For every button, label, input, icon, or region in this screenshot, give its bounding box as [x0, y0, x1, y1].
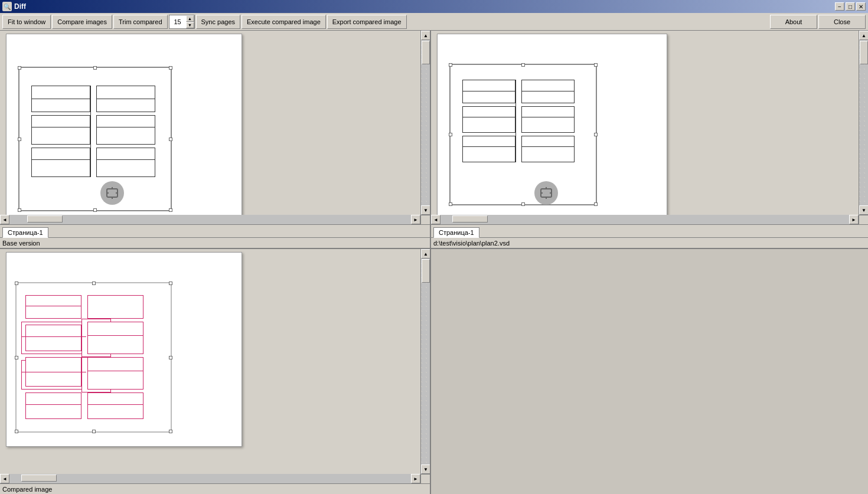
bottom-canvas[interactable]: [0, 249, 420, 474]
page-frame-left: [18, 67, 172, 211]
diff-line-5: [87, 371, 143, 371]
line-3: [31, 127, 90, 127]
compare-images-button[interactable]: Compare images: [52, 15, 112, 29]
main-area: ▲ ▼ ◄ ► Страница-1: [0, 31, 868, 494]
b-scroll-thumb-v[interactable]: [422, 259, 430, 283]
r-scroll-thumb-v[interactable]: [860, 41, 868, 64]
about-button[interactable]: About: [770, 15, 817, 29]
top-left-scrollbar-v[interactable]: ▲ ▼: [420, 31, 430, 215]
handle-tr: [169, 66, 172, 70]
top-right-tab-bar: Страница-1: [431, 224, 868, 237]
diff-line-3: [87, 335, 143, 336]
sync-pages-button[interactable]: Sync pages: [196, 15, 240, 29]
r-line-4: [521, 117, 575, 117]
r-scroll-thumb-h[interactable]: [452, 215, 488, 223]
line-2: [96, 99, 155, 99]
r-shape-2: [521, 80, 575, 103]
spinner-input[interactable]: 15: [169, 15, 186, 28]
spinner-wrap: 15 ▲ ▼: [169, 15, 195, 29]
maximize-button[interactable]: □: [846, 2, 855, 11]
b-handle-tc: [92, 282, 96, 285]
scroll-thumb-v[interactable]: [422, 41, 430, 64]
titlebar-buttons: − □ ✕: [835, 2, 866, 11]
page-frame-right: [449, 64, 597, 205]
titlebar: 🔍 Diff − □ ✕: [0, 0, 868, 13]
top-left-bottom: ◄ ►: [0, 215, 430, 224]
line-4: [96, 127, 155, 127]
bottom-status: Compared image: [0, 483, 430, 494]
minimize-button[interactable]: −: [835, 2, 844, 11]
r-shape-4: [521, 106, 575, 133]
toolbar: Fit to window Compare images Trim compar…: [0, 13, 868, 31]
scroll-down-btn[interactable]: ▼: [421, 205, 430, 215]
bottom-scrollbar-v[interactable]: ▲ ▼: [420, 249, 430, 474]
r-scroll-track-v[interactable]: [859, 40, 868, 205]
r-line-6: [521, 146, 575, 147]
scroll-right-btn[interactable]: ►: [411, 215, 420, 224]
r-shape-1: [462, 80, 515, 103]
bottom-page-frame: [15, 282, 172, 433]
b-scroll-up-btn[interactable]: ▲: [421, 249, 430, 259]
app-title: Diff: [14, 2, 26, 11]
top-right-bottom: ◄ ►: [431, 215, 868, 224]
spinner-down[interactable]: ▼: [186, 22, 194, 28]
r-line-2: [521, 91, 575, 91]
b-handle-ml: [15, 356, 18, 359]
top-left-panel: ▲ ▼ ◄ ► Страница-1: [0, 31, 431, 248]
r-scroll-down-btn[interactable]: ▼: [859, 205, 868, 215]
diff-shape-11: [25, 392, 81, 419]
b-handle-tl: [15, 282, 18, 285]
top-right-scrollbar-v[interactable]: ▲ ▼: [859, 31, 868, 215]
scroll-up-btn[interactable]: ▲: [421, 31, 430, 40]
scroll-thumb-h[interactable]: [27, 215, 63, 223]
line-5: [31, 159, 90, 160]
v-divider: [90, 86, 91, 177]
titlebar-left: 🔍 Diff: [2, 2, 26, 11]
b-scroll-left-btn[interactable]: ◄: [0, 474, 9, 483]
handle-r-bl: [449, 202, 452, 206]
b-scroll-right-btn[interactable]: ►: [411, 474, 420, 483]
r-scroll-up-btn[interactable]: ▲: [859, 31, 868, 40]
top-right-tab[interactable]: Страница-1: [433, 227, 479, 238]
b-scroll-down-btn[interactable]: ▼: [421, 464, 430, 474]
b-scroll-track-v[interactable]: [421, 259, 430, 464]
diff-shape-12: [87, 392, 143, 419]
r-shape-5: [462, 136, 515, 162]
top-right-panel: ▲ ▼ ◄ ► Страница-1: [431, 31, 868, 248]
close-title-button[interactable]: ✕: [856, 2, 866, 11]
r-scroll-track-h[interactable]: [440, 215, 849, 224]
top-left-canvas[interactable]: [0, 31, 420, 215]
close-button[interactable]: Close: [818, 15, 866, 29]
diff-shape-2: [87, 295, 143, 319]
spinner-up[interactable]: ▲: [186, 15, 194, 22]
handle-br: [169, 208, 172, 212]
b-scroll-track-h[interactable]: [9, 474, 411, 483]
export-compared-image-button[interactable]: Export compared image: [327, 15, 407, 29]
b-handle-br: [169, 430, 172, 433]
scroll-track-v[interactable]: [421, 40, 430, 205]
top-right-status: d:\test\visio\plan\plan2.vsd: [431, 237, 868, 248]
top-right-canvas[interactable]: [431, 31, 859, 215]
b-scroll-thumb-h[interactable]: [21, 475, 57, 482]
scroll-left-btn[interactable]: ◄: [0, 215, 9, 224]
handle-r-tr: [594, 63, 598, 67]
r-scroll-right-btn[interactable]: ►: [849, 215, 859, 224]
top-left-tab-bar: Страница-1: [0, 224, 430, 237]
handle-r-ml: [449, 133, 452, 136]
trim-compared-button[interactable]: Trim compared: [113, 15, 168, 29]
scroll-track-h[interactable]: [9, 215, 411, 224]
execute-compared-image-button[interactable]: Execute compared image: [242, 15, 326, 29]
corner-box: [420, 215, 430, 224]
r-scroll-left-btn[interactable]: ◄: [431, 215, 440, 224]
fit-to-window-button[interactable]: Fit to window: [2, 15, 51, 29]
handle-mr: [169, 138, 172, 141]
handle-r-mr: [594, 133, 598, 136]
app-icon: 🔍: [2, 2, 12, 11]
diff-line-2: [21, 336, 86, 337]
top-left-tab[interactable]: Страница-1: [2, 227, 48, 238]
top-left-status: Base version: [0, 237, 430, 248]
bottom-canvas-bottom: ◄ ►: [0, 474, 430, 483]
handle-r-br: [594, 202, 598, 206]
line-6: [96, 159, 155, 160]
diff-shape-1: [25, 295, 81, 319]
